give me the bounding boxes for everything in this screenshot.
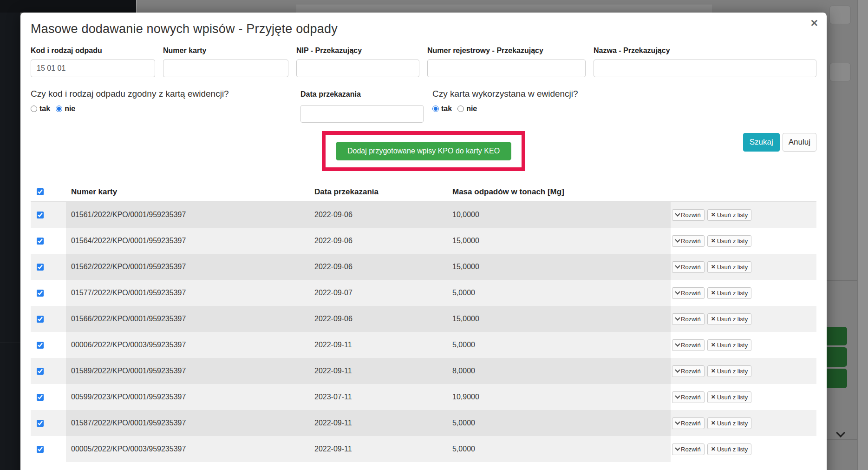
usun-z-listy-button[interactable]: ✕ Usuń z listy — [707, 339, 752, 351]
highlight-row: Dodaj przygotowane wpisy KPO do karty KE… — [31, 131, 816, 171]
usun-z-listy-button[interactable]: ✕ Usuń z listy — [707, 287, 752, 299]
table-body: 01561/2022/KPO/0001/959235397 2022-09-06… — [31, 202, 816, 462]
radio-q0-nie[interactable]: nie — [56, 105, 75, 113]
cell-numer-karty: 01577/2022/KPO/0001/959235397 — [66, 280, 309, 306]
rozwin-button[interactable]: Rozwiń — [672, 313, 705, 325]
cell-masa: 5,0000 — [447, 436, 671, 462]
rozwin-button[interactable]: Rozwiń — [672, 444, 705, 455]
rozwin-button[interactable]: Rozwiń — [672, 261, 705, 273]
close-icon: ✕ — [810, 18, 818, 28]
radio-q0-tak-input[interactable] — [31, 106, 37, 112]
background-divider — [827, 314, 857, 314]
rozwin-button[interactable]: Rozwiń — [672, 391, 705, 403]
cell-numer-karty: 00599/2023/KPO/0001/959235397 — [66, 384, 309, 410]
data-przekazania-label: Data przekazania — [300, 90, 424, 99]
rozwin-button[interactable]: Rozwiń — [672, 365, 705, 377]
rozwin-button[interactable]: Rozwiń — [672, 287, 705, 299]
table-header-row: Numer karty Data przekazania Masa odpadó… — [31, 182, 816, 202]
cell-masa: 10,0000 — [447, 202, 671, 228]
table-row: 01564/2022/KPO/0001/959235397 2022-09-06… — [31, 228, 816, 254]
anuluj-button[interactable]: Anuluj — [783, 133, 816, 152]
cell-data-przekazania: 2022-09-11 — [309, 436, 447, 462]
row-checkbox[interactable] — [37, 316, 44, 323]
background-scrollbar — [857, 0, 868, 470]
header-masa: Masa odpadów w tonach [Mg] — [447, 182, 671, 201]
row-checkbox[interactable] — [37, 212, 44, 218]
table-row: 00005/2022/KPO/0003/959235397 2022-09-11… — [31, 436, 816, 462]
rozwin-button[interactable]: Rozwiń — [672, 339, 705, 351]
row-checkbox[interactable] — [37, 238, 44, 245]
row-checkbox[interactable] — [37, 290, 44, 297]
row-checkbox[interactable] — [37, 342, 44, 349]
nip-przekazujacy-input[interactable] — [296, 60, 419, 77]
table-row: 01589/2022/KPO/0001/959235397 2022-09-11… — [31, 358, 816, 384]
add-kpo-entries-button[interactable]: Dodaj przygotowane wpisy KPO do karty KE… — [336, 142, 511, 160]
cell-numer-karty: 00006/2022/KPO/0003/959235397 — [66, 332, 309, 358]
nazwa-przekazujacy-input[interactable] — [594, 60, 816, 77]
usun-z-listy-button[interactable]: ✕ Usuń z listy — [707, 235, 752, 247]
x-icon: ✕ — [711, 342, 716, 348]
cell-masa: 15,0000 — [447, 228, 671, 254]
cell-data-przekazania: 2022-09-11 — [309, 410, 447, 436]
data-przekazania-field: Data przekazania — [300, 88, 424, 123]
background-sidebar-divider — [0, 343, 20, 343]
rozwin-button[interactable]: Rozwiń — [672, 209, 705, 221]
row-checkbox[interactable] — [37, 368, 44, 375]
chevron-down-icon — [675, 211, 680, 216]
usun-z-listy-button[interactable]: ✕ Usuń z listy — [707, 261, 752, 273]
chevron-down-icon — [675, 393, 680, 398]
usun-z-listy-button[interactable]: ✕ Usuń z listy — [707, 365, 752, 377]
cell-masa: 8,0000 — [447, 358, 671, 384]
radio-q1-tak[interactable]: tak — [432, 105, 452, 113]
cell-masa: 15,0000 — [447, 254, 671, 280]
row-checkbox[interactable] — [37, 446, 44, 453]
radio-q0-nie-input[interactable] — [56, 106, 62, 112]
table-row: 00599/2023/KPO/0001/959235397 2023-07-11… — [31, 384, 816, 410]
radio-q1-nie-input[interactable] — [457, 106, 464, 112]
cell-data-przekazania: 2022-09-06 — [309, 254, 447, 280]
x-icon: ✕ — [711, 316, 716, 322]
cell-data-przekazania: 2022-09-11 — [309, 358, 447, 384]
cell-numer-karty: 01566/2022/KPO/0001/959235397 — [66, 306, 309, 332]
background-divider — [827, 280, 857, 281]
cell-masa: 15,0000 — [447, 306, 671, 332]
cell-numer-karty: 01587/2022/KPO/0001/959235397 — [66, 410, 309, 436]
question-karta-wykorzystana: Czy karta wykorzystana w ewidencji? tak … — [432, 88, 816, 123]
cell-masa: 5,0000 — [447, 410, 671, 436]
usun-z-listy-button[interactable]: ✕ Usuń z listy — [707, 209, 752, 221]
chevron-down-icon — [675, 367, 680, 372]
chevron-down-icon — [675, 445, 680, 450]
table-row: 01562/2022/KPO/0001/959235397 2022-09-06… — [31, 254, 816, 280]
header-data-przekazania: Data przekazania — [309, 182, 447, 201]
row-checkbox[interactable] — [37, 394, 44, 401]
kod-rodzaj-input[interactable] — [31, 60, 155, 77]
cell-data-przekazania: 2022-09-11 — [309, 332, 447, 358]
cell-numer-karty: 01562/2022/KPO/0001/959235397 — [66, 254, 309, 280]
data-przekazania-input[interactable] — [300, 105, 424, 123]
numer-rejestrowy-input[interactable] — [427, 60, 586, 77]
cell-numer-karty: 01589/2022/KPO/0001/959235397 — [66, 358, 309, 384]
szukaj-button[interactable]: Szukaj — [743, 133, 780, 152]
chevron-down-icon — [675, 341, 680, 346]
background-button — [829, 6, 851, 24]
usun-z-listy-button[interactable]: ✕ Usuń z listy — [707, 313, 752, 325]
row-checkbox[interactable] — [37, 420, 44, 427]
screen: ✕ Masowe dodawanie nowych wpisów - Przyj… — [0, 0, 868, 470]
cell-data-przekazania: 2022-09-07 — [309, 280, 447, 306]
cell-numer-karty: 01564/2022/KPO/0001/959235397 — [66, 228, 309, 254]
usun-z-listy-button[interactable]: ✕ Usuń z listy — [707, 391, 752, 403]
usun-z-listy-button[interactable]: ✕ Usuń z listy — [707, 444, 752, 455]
radio-q1-tak-input[interactable] — [432, 106, 439, 112]
radio-q0-tak[interactable]: tak — [31, 105, 50, 113]
numer-karty-input[interactable] — [163, 60, 288, 77]
close-button[interactable]: ✕ — [808, 16, 820, 30]
table-row: 01566/2022/KPO/0001/959235397 2022-09-06… — [31, 306, 816, 332]
select-all-checkbox[interactable] — [37, 188, 44, 195]
radio-q1-nie[interactable]: nie — [457, 105, 477, 113]
row-checkbox[interactable] — [37, 264, 44, 271]
rozwin-button[interactable]: Rozwiń — [672, 417, 705, 429]
rozwin-button[interactable]: Rozwiń — [672, 235, 705, 247]
usun-z-listy-button[interactable]: ✕ Usuń z listy — [707, 417, 752, 429]
background-divider — [827, 439, 857, 440]
filter-row: Kod i rodzaj odpadu Numer karty NIP - Pr… — [31, 46, 816, 77]
